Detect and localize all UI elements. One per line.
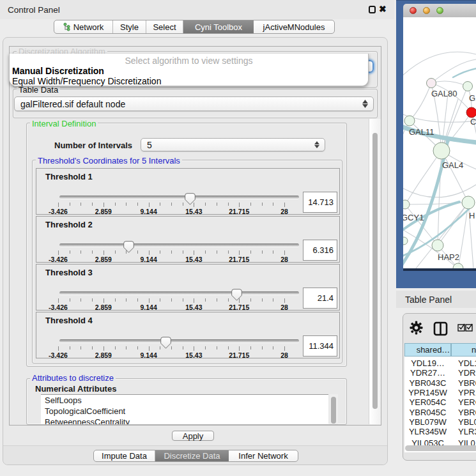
svg-text:C: C xyxy=(470,117,476,127)
svg-text:G.: G. xyxy=(469,93,476,103)
svg-text:GAL11: GAL11 xyxy=(409,127,434,137)
svg-text:HAP2: HAP2 xyxy=(438,252,459,262)
svg-text:H: H xyxy=(469,211,475,220)
svg-text:GAL4: GAL4 xyxy=(442,160,463,170)
svg-text:GAL80: GAL80 xyxy=(431,89,457,98)
svg-text:GCY1: GCY1 xyxy=(403,213,424,222)
